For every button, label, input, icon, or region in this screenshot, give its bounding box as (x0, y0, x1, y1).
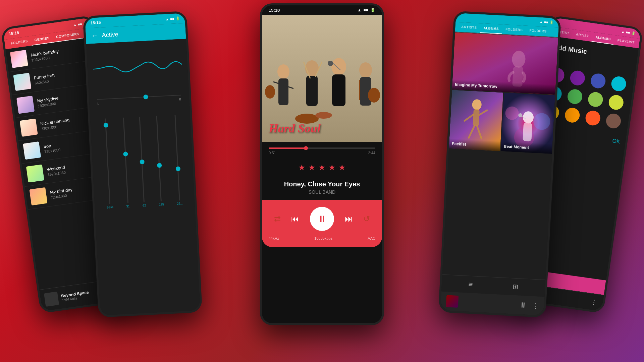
svg-point-13 (328, 61, 333, 66)
rating-section: ★ ★ ★ ★ ★ (262, 158, 382, 178)
color-lime[interactable] (608, 94, 625, 111)
meta-format: AAC (368, 236, 375, 240)
time-left: 15:15 (8, 30, 19, 36)
color-green[interactable] (567, 88, 583, 105)
next-button[interactable]: ⏭ (345, 214, 353, 224)
svg-rect-18 (359, 80, 360, 100)
tab-folders-3[interactable]: FOLDERS (526, 26, 550, 37)
star-3[interactable]: ★ (318, 163, 326, 172)
song-artist: SOUL BAND (262, 189, 382, 195)
back-button[interactable]: ← (91, 32, 98, 40)
album-card-beat[interactable]: Beat Moment (501, 93, 555, 154)
eq-horizontal-slider[interactable]: L R (97, 95, 181, 106)
file-thumbnail (20, 119, 38, 137)
meta-bitrate: 10335kbps (314, 236, 332, 240)
file-info: Nick's birthday 644x362 (31, 44, 93, 62)
eq-bar-62[interactable]: 62 (138, 117, 146, 207)
tab-folders-2[interactable]: FOLDERS (502, 24, 526, 36)
song-title: Honey, Close Your Eyes (262, 180, 382, 188)
eq-bar-25k[interactable]: 25... (172, 115, 183, 205)
star-2[interactable]: ★ (308, 163, 316, 172)
color-purple-2[interactable] (569, 70, 586, 86)
prev-button[interactable]: ⏮ (291, 214, 299, 224)
svg-point-11 (331, 58, 346, 75)
tab-artists[interactable]: ARTISTS (458, 22, 481, 33)
status-icons-right: ▲ ■■ 🔋 (621, 30, 636, 36)
color-orange[interactable] (564, 107, 581, 124)
file-thumbnail (26, 164, 44, 182)
star-4[interactable]: ★ (328, 163, 336, 172)
progress-fill (269, 147, 306, 149)
svg-point-15 (359, 62, 372, 78)
pause-icon: ⏸ (317, 214, 327, 225)
svg-point-4 (265, 85, 275, 99)
star-1[interactable]: ★ (298, 163, 306, 172)
mini-player-info (446, 295, 459, 308)
phone-player: 15:10 ▲ ■■ 🔋 (260, 3, 384, 325)
file-thumbnail (23, 141, 41, 160)
time-center: 15:10 (269, 8, 280, 13)
pause-button[interactable]: ⏸ (310, 207, 334, 231)
progress-current: 0:51 (269, 151, 276, 155)
playback-controls: ⇄ ⏮ ⏸ ⏭ ↺ (269, 207, 375, 231)
file-thumbnail (13, 73, 31, 91)
phone-equalizer: 15:15 ▲ ■■ 🔋 ← Active (83, 11, 203, 318)
controls-section: ⇄ ⏮ ⏸ ⏭ ↺ 44kHz 10335kbps AAC (262, 200, 382, 247)
shuffle-button[interactable]: ⇄ (274, 214, 281, 224)
eq-bar-31[interactable]: 31 (122, 118, 130, 208)
color-light-green[interactable] (587, 91, 604, 108)
svg-rect-2 (278, 78, 288, 105)
repeat-button[interactable]: ↺ (363, 214, 370, 224)
eq-label-25k: 25... (177, 202, 183, 205)
eq-label-bass: Bass (107, 205, 114, 209)
file-thumbnail (16, 96, 35, 114)
albums-content: Imagine My Tomorrow (442, 32, 558, 280)
status-icons-albums: ▲ ■■ 🔋 (539, 20, 554, 24)
color-indigo[interactable] (590, 73, 606, 89)
color-brown[interactable] (605, 113, 622, 129)
eq-bar-125[interactable]: 125 (154, 116, 164, 206)
meta-samplerate: 44kHz (269, 236, 279, 240)
album-card-imagine[interactable]: Imagine My Tomorrow (452, 32, 558, 95)
album-name-pacifist: Pacifist (452, 141, 498, 148)
eq-label-l: L (97, 102, 99, 106)
album-name-beat: Beat Moment (503, 144, 550, 151)
file-thumbnail (10, 50, 28, 68)
svg-point-1 (277, 64, 289, 79)
color-cyan[interactable] (610, 75, 627, 92)
album-title: Hard Soul (269, 121, 321, 135)
more-icon[interactable]: ⋮ (590, 298, 598, 306)
mini-more-button[interactable]: ⋮ (532, 302, 539, 310)
eq-bars-container: Bass 31 62 (95, 111, 189, 209)
eq-label-125: 125 (159, 203, 164, 206)
song-info: Honey, Close Your Eyes SOUL BAND (262, 178, 382, 200)
filter-icon[interactable]: ≡ (468, 280, 473, 289)
star-5[interactable]: ★ (338, 163, 346, 172)
progress-indicator (304, 146, 308, 150)
file-thumbnail (29, 187, 47, 205)
mini-player-controls: ⏸ ⋮ (519, 301, 539, 310)
album-art: Hard Soul (262, 15, 382, 142)
eq-label-r: R (179, 98, 181, 101)
eq-bar-bass[interactable]: Bass (102, 118, 113, 209)
svg-point-10 (315, 112, 332, 119)
mini-player-art (446, 295, 459, 308)
progress-section: 0:51 2:44 (262, 142, 382, 158)
audio-meta: 44kHz 10335kbps AAC (269, 236, 375, 240)
mini-pause-button[interactable]: ⏸ (519, 301, 527, 310)
ok-button[interactable]: OK (611, 135, 621, 147)
eq-label-31: 31 (126, 204, 130, 208)
album-card-pacifist[interactable]: Pacifist (449, 90, 503, 151)
status-icons-eq: ▲ ■■ 🔋 (165, 16, 180, 21)
progress-times: 0:51 2:44 (269, 151, 375, 155)
album-name-imagine: Imagine My Tomorrow (455, 82, 553, 92)
eq-waveform (92, 45, 183, 89)
grid-icon[interactable]: ⊞ (513, 283, 519, 291)
svg-rect-12 (332, 74, 345, 106)
tab-albums[interactable]: ALBUMS (480, 23, 502, 34)
color-deep-orange[interactable] (585, 110, 601, 126)
time-eq: 15:15 (90, 20, 101, 25)
eq-content: L R Bass 31 (86, 39, 200, 315)
progress-bar[interactable] (269, 147, 375, 149)
phone-albums: ▲ ■■ 🔋 ARTISTS ALBUMS FOLDERS FOLDERS (438, 11, 561, 318)
